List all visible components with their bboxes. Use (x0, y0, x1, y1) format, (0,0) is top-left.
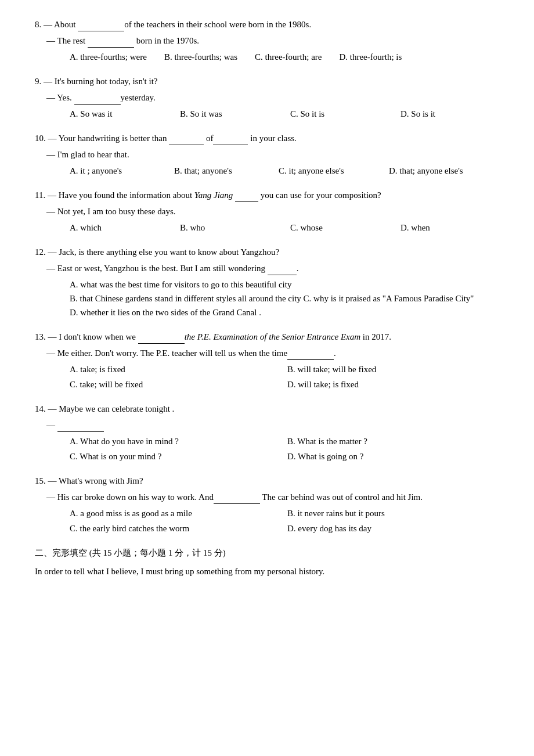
question-10-line1: 10. — Your handwriting is better than of… (35, 131, 505, 145)
option-12d: D. whether it lies on the two sides of t… (70, 305, 261, 319)
option-9a: A. So was it (70, 107, 163, 121)
question-11-options: A. which B. who C. whose D. when (70, 221, 505, 235)
question-14: 14. — Maybe we can celebrate tonight . —… (35, 402, 505, 463)
option-10d: D. that; anyone else's (389, 164, 463, 178)
question-14-line2: — (46, 418, 505, 432)
option-8a: A. three-fourths; were (70, 50, 147, 64)
option-9d: D. So is it (400, 107, 435, 121)
option-14d: D. What is going on ? (287, 449, 505, 463)
option-9b: B. So it was (180, 107, 273, 121)
option-10c: C. it; anyone else's (279, 164, 371, 178)
option-13c: C. take; will be fixed (70, 377, 287, 391)
question-10: 10. — Your handwriting is better than of… (35, 131, 505, 178)
option-10a: A. it ; anyone's (70, 164, 157, 178)
question-8: 8. — About of the teachers in their scho… (35, 17, 505, 64)
question-9-options: A. So was it B. So it was C. So it is D.… (70, 107, 505, 121)
question-10-line2: — I'm glad to hear that. (46, 147, 505, 161)
blank-15 (214, 495, 260, 504)
question-13-line1: 13. — I don't know when we the P.E. Exam… (35, 330, 505, 344)
question-8-options: A. three-fourths; were B. three-fourths;… (70, 50, 505, 64)
blank-10-1 (169, 136, 204, 145)
option-12c: C. why is it praised as "A Famous Paradi… (304, 291, 474, 305)
section-2: 二、完形填空 (共 15 小题；每小题 1 分，计 15 分) In order… (35, 546, 505, 578)
blank-10-2 (213, 136, 248, 145)
option-15a: A. a good miss is as good as a mile (70, 506, 287, 520)
option-10b: B. that; anyone's (174, 164, 261, 178)
question-12-line1: 12. — Jack, is there anything else you w… (35, 245, 505, 259)
option-8d: D. three-fourth; is (339, 50, 402, 64)
blank-13-1 (138, 334, 185, 344)
blank-8-2 (88, 38, 134, 48)
section-2-intro: In order to tell what I believe, I must … (35, 564, 505, 578)
question-8-line2: — The rest born in the 1970s. (46, 34, 505, 48)
blank-11 (235, 193, 258, 202)
option-13a: A. take; is fixed (70, 362, 287, 376)
section-2-title: 二、完形填空 (共 15 小题；每小题 1 分，计 15 分) (35, 546, 505, 560)
question-9-line2: — Yes. yesterday. (46, 91, 505, 105)
question-11-line1: 11. — Have you found the information abo… (35, 188, 505, 202)
question-9-line1: 9. — It's burning hot today, isn't it? (35, 74, 505, 88)
question-13: 13. — I don't know when we the P.E. Exam… (35, 330, 505, 391)
exam-content: 8. — About of the teachers in their scho… (35, 17, 505, 578)
option-12a: A. what was the best time for visitors t… (70, 278, 291, 291)
question-14-line1: 14. — Maybe we can celebrate tonight . (35, 402, 505, 416)
question-10-options: A. it ; anyone's B. that; anyone's C. it… (70, 164, 505, 178)
option-15d: D. every dog has its day (287, 521, 505, 535)
question-12: 12. — Jack, is there anything else you w… (35, 245, 505, 319)
question-12-line2: — East or west, Yangzhou is the best. Bu… (46, 261, 505, 275)
option-8c: C. three-fourth; are (255, 50, 322, 64)
question-12-options: A. what was the best time for visitors t… (70, 278, 505, 319)
option-11b: B. who (180, 221, 273, 235)
option-8b: B. three-fourths; was (164, 50, 237, 64)
question-13-options: A. take; is fixed B. will take; will be … (70, 362, 505, 391)
question-8-line1: 8. — About of the teachers in their scho… (35, 17, 505, 31)
option-14a: A. What do you have in mind ? (70, 434, 287, 448)
option-14c: C. What is on your mind ? (70, 449, 287, 463)
question-14-options: A. What do you have in mind ? B. What is… (70, 434, 505, 463)
blank-8-1 (78, 22, 124, 31)
question-13-line2: — Me either. Don't worry. The P.E. teach… (46, 346, 505, 360)
option-15c: C. the early bird catches the worm (70, 521, 287, 535)
question-9: 9. — It's burning hot today, isn't it? —… (35, 74, 505, 121)
option-11a: A. which (70, 221, 163, 235)
question-15-line1: 15. — What's wrong with Jim? (35, 474, 505, 488)
question-11-line2: — Not yet, I am too busy these days. (46, 204, 505, 218)
option-13d: D. will take; is fixed (287, 377, 505, 391)
question-11: 11. — Have you found the information abo… (35, 188, 505, 235)
option-13b: B. will take; will be fixed (287, 362, 505, 376)
option-14b: B. What is the matter ? (287, 434, 505, 448)
blank-9 (74, 95, 121, 105)
blank-14 (57, 423, 104, 432)
option-11d: D. when (400, 221, 430, 235)
option-15b: B. it never rains but it pours (287, 506, 505, 520)
option-11c: C. whose (290, 221, 383, 235)
option-12b: B. that Chinese gardens stand in differe… (70, 291, 301, 305)
question-15-line2: — His car broke down on his way to work.… (46, 490, 505, 504)
question-15-options: A. a good miss is as good as a mile B. i… (70, 506, 505, 535)
blank-12 (268, 266, 297, 275)
blank-13-2 (287, 351, 334, 360)
option-9c: C. So it is (290, 107, 383, 121)
question-15: 15. — What's wrong with Jim? — His car b… (35, 474, 505, 535)
